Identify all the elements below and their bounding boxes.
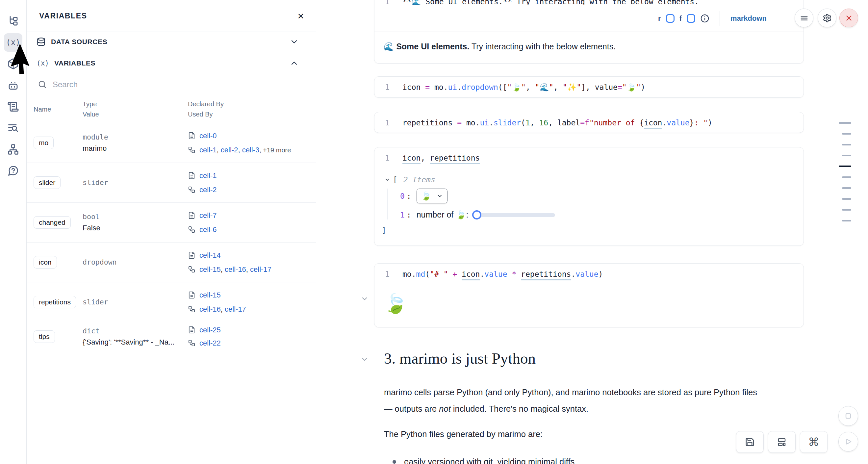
output-collapse-chevron[interactable] (361, 295, 369, 303)
cell-link[interactable]: cell-14 (199, 251, 221, 259)
tree-key-1: 1 (400, 211, 405, 219)
code-editor[interactable]: 1 icon = mo.ui.dropdown(["🍃", "🌊", "✨"],… (374, 77, 804, 97)
variable-value: False (83, 222, 181, 234)
close-panel-button[interactable]: × (298, 10, 304, 21)
code-cell-slider: 1 repetitions = mo.ui.slider(1, 16, labe… (374, 112, 804, 133)
code-cell-refs: 1 icon, repetitions [ 2 Items 0 : 🍃 1 : … (374, 147, 804, 246)
sitemap-icon (7, 144, 19, 155)
minimap-cell-marker[interactable] (842, 155, 851, 156)
minimap-cell-marker[interactable] (842, 220, 851, 221)
minimap-cell-marker[interactable] (842, 133, 851, 134)
layout-button[interactable] (768, 431, 796, 453)
cell-link[interactable]: cell-16 (199, 305, 221, 313)
used-by-links: cell-6 (199, 222, 217, 237)
markdown-cell: 1 **🌊 Some UI elements.** Try interactin… (374, 0, 804, 63)
used-by-links: cell-1, cell-2, cell-3, +19 more (199, 143, 291, 157)
cell-footer-toolbar: r f markdown (374, 5, 804, 32)
chevron-down-icon (289, 37, 299, 47)
cell-link[interactable]: cell-6 (199, 225, 217, 234)
markdown-cell-editor[interactable]: 1 **🌊 Some UI elements.** Try interactin… (374, 0, 804, 5)
cell-link[interactable]: cell-16 (225, 265, 246, 274)
cell-link[interactable]: cell-2 (199, 186, 217, 194)
variable-type: module (83, 132, 188, 143)
logs-button[interactable] (4, 119, 22, 137)
code-editor[interactable]: 1 mo.md("# " + icon.value * repetitions.… (374, 264, 804, 284)
variables-panel-button[interactable]: (x) (4, 33, 22, 52)
notebook-menu-button[interactable] (795, 8, 813, 27)
search-input[interactable] (53, 80, 304, 89)
reactive-checkbox[interactable] (666, 14, 675, 23)
used-by-icon (188, 146, 195, 154)
shutdown-button[interactable] (839, 8, 858, 27)
more-cells-label[interactable]: , +19 more (259, 147, 291, 154)
declared-by-links: cell-15 (199, 288, 221, 302)
minimap-cell-marker[interactable] (839, 165, 851, 167)
tree-open-bracket: [ (393, 176, 398, 184)
play-icon (844, 437, 853, 446)
declared-by-icon (188, 172, 195, 179)
declared-by-links: cell-25 (199, 323, 221, 337)
cell-link[interactable]: cell-15 (199, 265, 221, 274)
dependency-graph-button[interactable] (4, 140, 22, 159)
ai-assistant-button[interactable] (4, 76, 22, 94)
minimap-cell-marker[interactable] (842, 176, 851, 178)
keyboard-shortcuts-button[interactable]: ⌘ (800, 431, 828, 453)
stop-button[interactable] (838, 406, 858, 426)
used-by-links: cell-2 (199, 183, 217, 197)
minimap-cell-marker[interactable] (842, 198, 851, 200)
code-editor[interactable]: 1 repetitions = mo.ui.slider(1, 16, labe… (374, 112, 804, 133)
settings-button[interactable] (818, 8, 836, 27)
cell-link[interactable]: cell-3 (242, 146, 259, 154)
cell-language-badge: markdown (731, 14, 767, 23)
file-tree-button[interactable] (4, 12, 22, 30)
cell-link[interactable]: cell-2 (221, 146, 238, 154)
column-header-value: Value (83, 109, 188, 120)
format-checkbox[interactable] (687, 14, 695, 23)
section-collapse-chevron[interactable] (361, 355, 369, 363)
icon-dropdown-select[interactable]: 🍃 (416, 189, 447, 204)
variable-name-badge: icon (34, 256, 57, 269)
run-button[interactable] (838, 432, 858, 452)
packages-button[interactable] (4, 55, 22, 73)
variables-table-header: Name Type Value Declared By Used By (27, 95, 316, 123)
info-icon[interactable] (700, 14, 709, 23)
used-by-icon (188, 186, 195, 193)
minimap-cell-marker[interactable] (842, 209, 851, 211)
slider-thumb[interactable] (472, 210, 482, 219)
declared-by-links: cell-7 (199, 208, 217, 222)
used-by-icon (188, 226, 195, 233)
cell-link[interactable]: cell-22 (199, 339, 221, 347)
emphasis-not: not (439, 404, 451, 413)
help-button[interactable] (4, 162, 22, 180)
slider-track[interactable] (476, 213, 555, 217)
variables-panel: VARIABLES × DATA SOURCES (x) VARIABLES N… (27, 0, 316, 464)
tree-collapse-icon[interactable] (384, 177, 390, 183)
cell-link[interactable]: cell-7 (199, 211, 217, 219)
code-editor[interactable]: 1 icon, repetitions (374, 148, 804, 168)
minimap-cell-marker[interactable] (842, 144, 851, 146)
column-header-name: Name (34, 104, 51, 115)
cell-link[interactable]: cell-15 (199, 291, 221, 299)
minimap-cell-marker[interactable] (842, 187, 851, 189)
variables-panel-header: VARIABLES × (27, 0, 316, 32)
cell-link[interactable]: cell-1 (199, 172, 217, 180)
scratchpad-button[interactable] (4, 97, 22, 116)
cell-link[interactable]: cell-0 (199, 132, 217, 140)
cell-link[interactable]: cell-17 (250, 265, 272, 274)
cell-link[interactable]: cell-25 (199, 326, 221, 334)
tree-items-count: 2 Items (403, 176, 435, 184)
cell-link[interactable]: cell-17 (225, 305, 246, 313)
activity-bar: (x) (0, 0, 27, 464)
used-by-links: cell-15, cell-16, cell-17 (199, 262, 272, 276)
cell-link[interactable]: cell-1 (199, 146, 217, 154)
variable-name-badge: repetitions (34, 296, 76, 308)
variable-type: dropdown (83, 257, 188, 268)
help-icon (7, 165, 19, 177)
variables-section-toggle[interactable]: (x) VARIABLES (27, 52, 316, 74)
variables-section-icon: (x) (36, 59, 49, 67)
slider-label: number of 🍃: (416, 210, 469, 219)
data-sources-section-toggle[interactable]: DATA SOURCES (27, 32, 316, 52)
tree-close-bracket: ] (382, 226, 795, 235)
minimap-cell-marker[interactable] (839, 122, 851, 124)
save-button[interactable] (736, 431, 764, 453)
